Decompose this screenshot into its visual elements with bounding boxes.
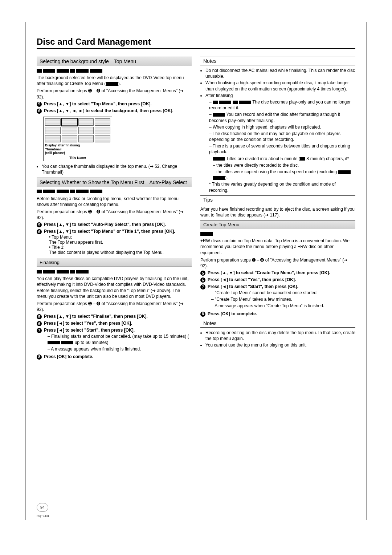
section-finalising: Finalising: [37, 258, 192, 267]
tips-text: After you have finished recording and tr…: [200, 206, 355, 218]
sec2-prep: Perform preparation steps ➊ – ➍ of "Acce…: [37, 209, 192, 220]
sec3-step6: 6 Press [◄] to select "Yes", then press …: [37, 321, 192, 326]
step-badge-5: 5: [200, 271, 205, 276]
step-badge-8: 8: [200, 312, 205, 317]
ctm-intro: +RW discs contain no Top Menu data. Top …: [200, 238, 355, 256]
disc-badges: [200, 231, 355, 236]
section-auto-play-select: Selecting Whether to Show the Top Menu F…: [37, 178, 192, 187]
sec2-step5: 5 Press [▲, ▼] to select "Auto-Play Sele…: [37, 222, 192, 227]
ctm-notes: Recording or editing on the disc may del…: [200, 330, 355, 348]
ctm-step5: 5 Press [▲, ▼] to select "Create Top Men…: [200, 270, 355, 276]
sec3-prep: Perform preparation steps ➊ – ➍ of "Acce…: [37, 301, 192, 312]
page-title: Disc and Card Management: [37, 37, 355, 47]
section-create-top-menu: Create Top Menu: [200, 220, 355, 229]
step-badge-6: 6: [200, 278, 205, 283]
top-menu-preview: Display after finalising Thumbnail (Stil…: [43, 117, 112, 161]
sec1-intro: The background selected here will be dis…: [37, 75, 192, 86]
step-badge-7: 7: [200, 284, 205, 289]
tips-heading: Tips: [200, 195, 355, 204]
sec1-step6: 6 Press [▲, ▼, ◄, ►] to select the backg…: [37, 108, 192, 114]
notes-heading: Notes: [200, 57, 355, 65]
step-badge-6: 6: [37, 229, 42, 234]
notes2-heading: Notes: [200, 319, 355, 328]
step-badge-5: 5: [37, 102, 42, 107]
disc-badges: [37, 68, 192, 73]
ctm-step7: 7 Press [◄] to select "Start", then pres…: [200, 284, 355, 310]
step-badge-5: 5: [37, 314, 42, 319]
preview-labels: Display after finalising Thumbnail (Stil…: [45, 143, 110, 155]
disc-badges: [37, 269, 192, 274]
document-code: RQT9431: [37, 514, 49, 518]
left-column: Selecting the background style—Top Menu …: [37, 54, 192, 361]
step-badge-5: 5: [37, 222, 42, 227]
manual-page: Disc and Card Management Selecting the b…: [25, 22, 367, 520]
disc-badges: [37, 189, 192, 194]
sec1-step5: 5 Press [▲, ▼] to select "Top Menu", the…: [37, 101, 192, 107]
finalising-notes: Do not disconnect the AC mains lead whil…: [200, 68, 355, 193]
step-badge-6: 6: [37, 321, 42, 326]
step-badge-8: 8: [37, 355, 42, 360]
title-rule: [37, 48, 355, 49]
two-column-layout: Selecting the background style—Top Menu …: [37, 54, 355, 361]
right-column: Notes Do not disconnect the AC mains lea…: [200, 54, 355, 361]
sec2-options: Top Menu:The Top Menu appears first. Tit…: [44, 235, 192, 255]
sec3-intro: You can play these discs on compatible D…: [37, 276, 192, 299]
sec3-step5: 5 Press [▲, ▼] to select "Finalise", the…: [37, 314, 192, 319]
step-badge-7: 7: [37, 328, 42, 333]
sec1-prep: Perform preparation steps ➊ – ➍ of "Acce…: [37, 88, 192, 100]
section-top-menu-style: Selecting the background style—Top Menu: [37, 57, 192, 66]
sec3-step7: 7 Press [◄] to select "Start", then pres…: [37, 328, 192, 353]
ctm-prep: Perform preparation steps ➊ – ➍ of "Acce…: [200, 257, 355, 269]
page-number: 94: [37, 503, 48, 512]
ctm-step8: 8 Press [OK] to complete.: [200, 311, 355, 317]
sec2-step6: 6 Press [▲, ▼] to select "Top Menu" or "…: [37, 229, 192, 256]
sec1-notes: You can change thumbnails displayed in t…: [37, 163, 192, 175]
step-badge-6: 6: [37, 109, 42, 114]
sec2-intro: Before finalising a disc or creating top…: [37, 196, 192, 207]
sec3-step8: 8 Press [OK] to complete.: [37, 354, 192, 360]
ctm-step6: 6 Press [◄] to select "Yes", then press …: [200, 277, 355, 283]
